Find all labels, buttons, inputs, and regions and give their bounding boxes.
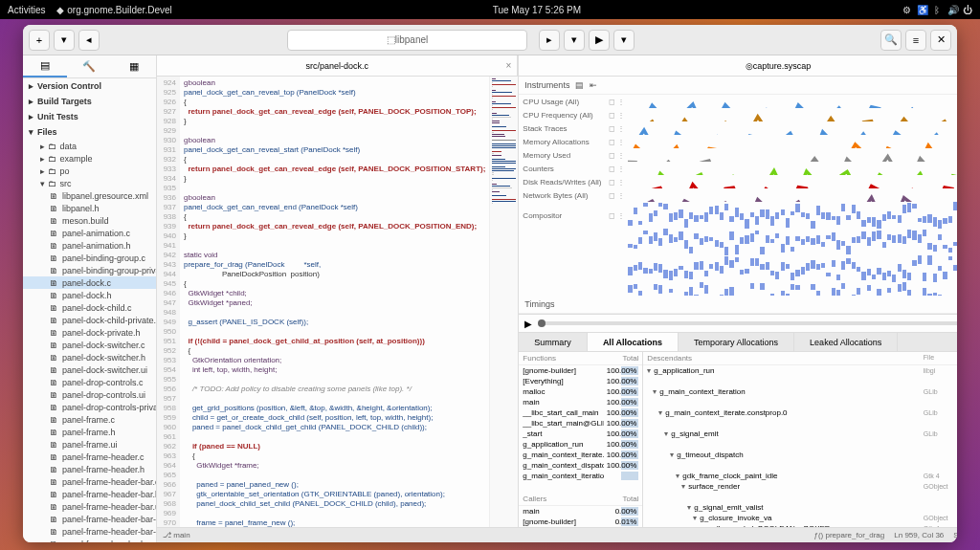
sidebar-tab-tests[interactable]: ▦	[112, 55, 156, 77]
build-button[interactable]: ▸	[539, 30, 560, 51]
play-icon[interactable]: ▶	[524, 319, 532, 329]
sidebar-tab-debug[interactable]: 🔨	[67, 55, 111, 77]
tree-row[interactable]: ▾g_timeout_dispatch66.3%106.0 MiB	[643, 450, 957, 471]
minimap[interactable]	[489, 77, 518, 527]
profiler-tab[interactable]: ◎ capture.syscap ×	[519, 55, 957, 76]
run-menu-button[interactable]: ▾	[613, 30, 635, 51]
bluetooth-icon[interactable]: ᛒ	[932, 5, 942, 15]
file-item[interactable]: 🗎panel-dock-child-private.h	[23, 314, 156, 326]
branch-indicator[interactable]: ⎇ main	[163, 531, 190, 539]
file-item[interactable]: 🗎panel-frame-header-bar-row...	[23, 538, 156, 542]
file-item[interactable]: 🗎panel-dock-private.h	[23, 326, 156, 339]
file-item[interactable]: 🗎panel-dock.h	[23, 289, 156, 301]
file-item[interactable]: 🗎panel-frame-header.c	[23, 451, 156, 463]
tree-row[interactable]: ▾g_main_context_iterationGLib87.2%139.9 …	[643, 386, 957, 407]
file-item[interactable]: 🗎panel-frame.h	[23, 426, 156, 438]
graph-row[interactable]: Stack Traces◻⋮	[519, 121, 957, 135]
settings-icon[interactable]: ⚙	[902, 5, 911, 15]
back-button[interactable]: ◂	[78, 30, 100, 51]
graph-row[interactable]: Network Bytes (All)◻⋮	[519, 188, 957, 202]
folder-item[interactable]: ▸ 🗀data	[23, 140, 156, 152]
new-button[interactable]: +	[29, 30, 50, 51]
run-button[interactable]: ▶	[589, 30, 610, 51]
file-item[interactable]: 🗎panel-drop-controls.ui	[23, 388, 156, 401]
tree-row[interactable]: ▾g_signal_emitGLib87.1%139.3 MiB	[643, 429, 957, 450]
close-button[interactable]: ✕	[930, 30, 951, 51]
file-item[interactable]: 🗎panel-frame.ui	[23, 438, 156, 451]
folder-item[interactable]: ▾ 🗀src	[23, 177, 156, 189]
tree-row[interactable]: ▾g_application_runlibgi76.3%155.3 MiB	[643, 365, 957, 386]
editor-tab[interactable]: src/panel-dock.c ×	[157, 55, 518, 76]
tree-row[interactable]: ▾gdk_frame_clock_paint_idleGtk 421%103.6…	[643, 471, 957, 481]
function-item[interactable]: g_main_context_iteration	[519, 471, 642, 481]
function-item[interactable]: main100.00%	[519, 397, 642, 407]
search-button[interactable]: 🔍	[880, 30, 902, 51]
run-arrow-button[interactable]: ▾	[564, 30, 585, 51]
compositor-row[interactable]	[519, 282, 957, 296]
graph-row[interactable]: Memory Allocations◻⋮	[519, 135, 957, 148]
omnibar[interactable]: ⬚ libpanel	[287, 30, 527, 51]
file-item[interactable]: 🗎panel-binding-group-private.h	[23, 264, 156, 276]
sidebar-section[interactable]: ▸Version Control	[23, 78, 156, 94]
file-item[interactable]: 🗎panel-dock-switcher.ui	[23, 363, 156, 376]
sidebar-section[interactable]: ▸Build Targets	[23, 94, 156, 109]
file-item[interactable]: 🗎panel-frame-header-bar.ui	[23, 500, 156, 513]
volume-icon[interactable]: 🔊	[947, 5, 957, 15]
file-item[interactable]: 🗎panel-drop-controls-private.h	[23, 401, 156, 413]
file-item[interactable]: 🗎panel-frame-header-bar.h	[23, 488, 156, 500]
file-item[interactable]: 🗎panel-binding-group.c	[23, 252, 156, 264]
sidebar-tab-project[interactable]: ▤	[23, 55, 67, 77]
compositor-row[interactable]	[519, 229, 957, 255]
symbol-indicator[interactable]: ƒ() prepare_for_drag	[813, 531, 884, 539]
clock[interactable]: Tue May 17 5:26 PM	[172, 5, 902, 15]
file-item[interactable]: 🗎panel-dock.c	[23, 276, 156, 289]
graph-row[interactable]: Disk Reads/Writes (All)◻⋮	[519, 175, 957, 188]
sidebar-section[interactable]: ▾Files	[23, 124, 156, 140]
folder-item[interactable]: ▸ 🗀example	[23, 152, 156, 165]
close-icon[interactable]: ×	[506, 60, 512, 71]
code-editor[interactable]: 924 925 926 927 928 929 930 931 932 933 …	[157, 77, 518, 527]
alloc-tab[interactable]: Temporary Allocations	[679, 333, 794, 351]
function-item[interactable]: __libc_start_call_main100.00%	[519, 407, 642, 418]
sidebar-section[interactable]: ▸Unit Tests	[23, 109, 156, 124]
app-menu[interactable]: ◆ org.gnome.Builder.Devel	[56, 5, 171, 15]
file-item[interactable]: 🗎panel-frame-header-bar-row.c	[23, 513, 156, 525]
alloc-tab[interactable]: Summary	[519, 333, 588, 351]
compositor-row[interactable]: Compositor◻⋮	[519, 202, 957, 229]
tree-row[interactable]: ▾g_closure_invoke_vaGObject02%98.3 MiB	[643, 513, 957, 523]
alloc-tab[interactable]: All Allocations	[588, 333, 679, 351]
menu-button[interactable]: ≡	[905, 30, 926, 51]
graph-row[interactable]: Counters◻⋮	[519, 162, 957, 175]
graph-row[interactable]: CPU Usage (All)◻⋮	[519, 95, 957, 108]
function-item[interactable]: g_main_context_iterate.constprop.0100.00…	[519, 450, 642, 460]
caller-item[interactable]: [gnome-builder]0.01%	[519, 517, 642, 527]
tree-row[interactable]: ▾g_main_context_iterate.constprop.0GLib8…	[643, 407, 957, 429]
file-item[interactable]: 🗎panel-dock-switcher.c	[23, 339, 156, 351]
activities-button[interactable]: Activities	[8, 5, 45, 15]
list-icon[interactable]: ▤	[575, 80, 584, 90]
caller-item[interactable]: main0.00%	[519, 506, 642, 517]
compositor-row[interactable]	[519, 255, 957, 282]
file-item[interactable]: 🗎panel-animation.h	[23, 239, 156, 252]
file-item[interactable]: 🗎libpanel.gresource.xml	[23, 189, 156, 202]
function-item[interactable]: g_main_context_dispatch100.00%	[519, 460, 642, 471]
function-item[interactable]: [gnome-builder]100.00%	[519, 365, 642, 376]
function-item[interactable]: g_application_run100.00%	[519, 439, 642, 450]
file-item[interactable]: 🗎panel-frame-header-bar-row.ui	[23, 525, 156, 538]
file-item[interactable]: 🗎meson.build	[23, 214, 156, 227]
folder-item[interactable]: ▸ 🗀po	[23, 165, 156, 177]
file-item[interactable]: 🗎panel-frame-header.h	[23, 463, 156, 475]
tree-row[interactable]: ▾surface_renderGObject50.9%103.6 MiB	[643, 481, 957, 502]
file-item[interactable]: 🗎panel-animation.c	[23, 227, 156, 239]
file-item[interactable]: 🗎panel-frame-header-bar.c	[23, 475, 156, 488]
function-item[interactable]: _start100.00%	[519, 429, 642, 439]
file-item[interactable]: 🗎panel-drop-controls.c	[23, 376, 156, 388]
tree-row[interactable]: ▾g_signal_emit_valist19%103.6 MiB	[643, 502, 957, 513]
open-arrow-button[interactable]: ▾	[54, 30, 75, 51]
graph-row[interactable]: CPU Frequency (All)◻⋮	[519, 108, 957, 121]
file-item[interactable]: 🗎panel-dock-switcher.h	[23, 351, 156, 363]
collapse-icon[interactable]: ⇤	[590, 80, 597, 90]
file-item[interactable]: 🗎libpanel.h	[23, 202, 156, 214]
accessibility-icon[interactable]: ♿	[917, 5, 926, 15]
file-item[interactable]: 🗎panel-frame.c	[23, 413, 156, 426]
